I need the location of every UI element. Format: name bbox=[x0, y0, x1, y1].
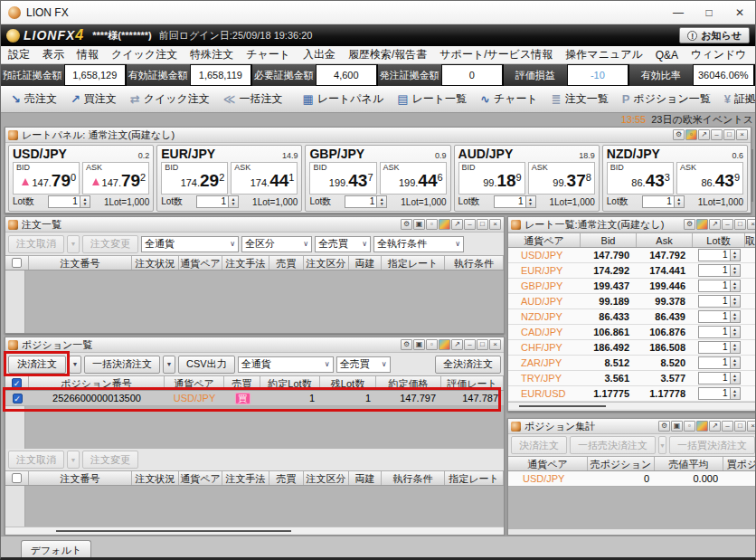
stepper-arrows-icon[interactable] bbox=[525, 196, 535, 207]
stepper-arrows-icon[interactable] bbox=[730, 373, 740, 384]
close-icon[interactable] bbox=[747, 421, 755, 432]
chart-button[interactable]: ∿チャート bbox=[474, 88, 544, 111]
lot-stepper[interactable]: 1 bbox=[698, 326, 741, 338]
menu-deposit[interactable]: 入出金 bbox=[303, 47, 335, 62]
pin-icon[interactable] bbox=[684, 421, 695, 432]
menu-qa[interactable]: Q&A bbox=[656, 49, 678, 62]
order-list-titlebar[interactable]: 注文一覧 bbox=[5, 217, 504, 233]
position-list-button[interactable]: Pポジション一覧 bbox=[616, 88, 717, 111]
row-checkbox[interactable] bbox=[5, 391, 29, 405]
menu-window[interactable]: ウィンドウ bbox=[691, 47, 746, 62]
menu-chart[interactable]: チャート bbox=[246, 47, 290, 62]
menu-special-order[interactable]: 特殊注文 bbox=[190, 47, 233, 62]
stepper-arrows-icon[interactable] bbox=[730, 357, 740, 368]
rate-panel-titlebar[interactable]: レートパネル: 通常注文(両建なし) bbox=[5, 128, 751, 143]
close-order-button[interactable]: 決済注文 bbox=[8, 356, 66, 374]
rate-row-zarjpy[interactable]: ZAR/JPY8.5128.5201 bbox=[508, 356, 755, 371]
buy-order-button[interactable]: ↗買注文 bbox=[64, 88, 123, 111]
stepper-arrows-icon[interactable] bbox=[730, 311, 740, 322]
minimize-icon[interactable] bbox=[711, 129, 723, 140]
rate-row-eurjpy[interactable]: EUR/JPY174.292174.4411 bbox=[508, 263, 755, 279]
rate-row-nzdjpy[interactable]: NZD/JPY86.43386.4391 bbox=[508, 309, 755, 325]
minimize-icon[interactable] bbox=[722, 421, 733, 432]
rate-row-usdjpy[interactable]: USD/JPY147.790147.7921 bbox=[508, 248, 755, 263]
order-cancel-button[interactable]: 注文取消 bbox=[8, 235, 64, 253]
quick-order-button[interactable]: ⇄クイック注文 bbox=[124, 88, 216, 111]
bid-quote-button[interactable]: BID174.292 bbox=[161, 162, 228, 195]
ask-quote-button[interactable]: ASK174.441 bbox=[231, 162, 298, 195]
popout-icon[interactable] bbox=[451, 219, 463, 230]
bulk-sell-close-dropdown[interactable]: ▼ bbox=[658, 436, 666, 454]
order-cancel-dropdown[interactable]: ▼ bbox=[67, 451, 80, 469]
stepper-arrows-icon[interactable] bbox=[730, 296, 740, 307]
lot-stepper[interactable]: 1 bbox=[345, 195, 387, 208]
csv-export-button[interactable]: CSV出力 bbox=[178, 356, 235, 374]
category-filter-select[interactable]: 全区分∨ bbox=[241, 236, 312, 252]
bulk-close-dropdown[interactable]: ▼ bbox=[163, 356, 175, 374]
news-ticker[interactable]: 13:5523日の欧米イベントス bbox=[621, 113, 753, 127]
menu-support[interactable]: サポート/サービス情報 bbox=[439, 47, 553, 62]
popout-icon[interactable] bbox=[709, 421, 721, 432]
notice-button[interactable]: ! お知らせ bbox=[679, 27, 750, 43]
ask-quote-button[interactable]: ASK147.792 bbox=[82, 162, 149, 195]
design-icon[interactable] bbox=[685, 129, 697, 140]
minimize-icon[interactable] bbox=[722, 219, 733, 230]
tab-default[interactable]: デフォルト bbox=[21, 540, 91, 557]
pin-icon[interactable] bbox=[426, 219, 438, 230]
close-order-dropdown[interactable]: ▼ bbox=[69, 356, 81, 374]
side-filter-select[interactable]: 全売買∨ bbox=[315, 236, 371, 252]
order-list-button[interactable]: ≣注文一覧 bbox=[545, 88, 615, 111]
currency-filter-select[interactable]: 全通貨∨ bbox=[238, 356, 334, 373]
stepper-arrows-icon[interactable] bbox=[376, 196, 386, 207]
bid-quote-button[interactable]: BID99.189 bbox=[458, 162, 525, 195]
margin-status-button[interactable]: ¥証拠金状況 bbox=[718, 88, 755, 111]
lot-stepper[interactable]: 1 bbox=[698, 264, 741, 277]
bid-quote-button[interactable]: BID199.437 bbox=[309, 162, 376, 195]
maximize-button[interactable]: □ bbox=[694, 3, 724, 23]
rate-row-cadjpy[interactable]: CAD/JPY106.861106.8761 bbox=[508, 325, 755, 340]
design-icon[interactable] bbox=[696, 219, 708, 230]
stepper-arrows-icon[interactable] bbox=[730, 265, 740, 276]
minimize-icon[interactable] bbox=[464, 339, 476, 350]
maximize-icon[interactable] bbox=[734, 421, 746, 432]
bulk-buy-close-button[interactable]: 一括買決済注文 bbox=[669, 436, 755, 454]
rate-row-gbpjpy[interactable]: GBP/JPY199.437199.4461 bbox=[508, 279, 755, 294]
summary-row-usdjpy[interactable]: USD/JPY 0 0.000 bbox=[508, 471, 755, 487]
bid-quote-button[interactable]: BID147.790 bbox=[13, 162, 80, 195]
position-summary-titlebar[interactable]: ポジション集計 bbox=[508, 419, 755, 434]
lot-stepper[interactable]: 1 bbox=[698, 356, 741, 369]
menu-settings[interactable]: 設定 bbox=[8, 47, 30, 62]
stepper-arrows-icon[interactable] bbox=[228, 196, 238, 207]
copy-icon[interactable] bbox=[413, 339, 425, 350]
design-icon[interactable] bbox=[696, 421, 708, 432]
ask-quote-button[interactable]: ASK86.439 bbox=[676, 162, 743, 195]
copy-icon[interactable] bbox=[671, 421, 683, 432]
rate-row-audjpy[interactable]: AUD/JPY99.18999.3781 bbox=[508, 294, 755, 309]
popout-icon[interactable] bbox=[709, 219, 721, 230]
sell-order-button[interactable]: ↘売注文 bbox=[5, 88, 63, 111]
stepper-arrows-icon[interactable] bbox=[674, 196, 684, 207]
maximize-icon[interactable] bbox=[477, 219, 488, 230]
select-all-checkbox[interactable] bbox=[5, 376, 29, 390]
lot-stepper[interactable]: 1 bbox=[196, 195, 239, 208]
design-icon[interactable] bbox=[439, 219, 450, 230]
close-icon[interactable] bbox=[489, 219, 501, 230]
exec-condition-filter-select[interactable]: 全執行条件∨ bbox=[373, 236, 464, 252]
lot-stepper[interactable]: 1 bbox=[48, 195, 90, 208]
lot-stepper[interactable]: 1 bbox=[698, 310, 741, 323]
lot-stepper[interactable]: 1 bbox=[698, 249, 741, 261]
rate-row-chfjpy[interactable]: CHF/JPY186.492186.5081 bbox=[508, 340, 755, 356]
horizontal-scrollbar[interactable] bbox=[508, 402, 755, 409]
bulk-sell-close-button[interactable]: 一括売決済注文 bbox=[570, 436, 656, 454]
maximize-icon[interactable] bbox=[723, 129, 735, 140]
pin-icon[interactable] bbox=[426, 339, 438, 350]
stepper-arrows-icon[interactable] bbox=[730, 327, 740, 337]
close-icon[interactable] bbox=[489, 339, 501, 350]
horizontal-scrollbar[interactable] bbox=[5, 527, 504, 534]
close-button[interactable]: ✕ bbox=[724, 3, 755, 23]
side-filter-select[interactable]: 全売買∨ bbox=[336, 356, 391, 373]
gear-icon[interactable] bbox=[401, 339, 412, 350]
rate-list-titlebar[interactable]: レート一覧:通常注文(両建なし) bbox=[508, 217, 755, 233]
menu-info[interactable]: 情報 bbox=[77, 47, 99, 62]
popout-icon[interactable] bbox=[698, 129, 710, 140]
